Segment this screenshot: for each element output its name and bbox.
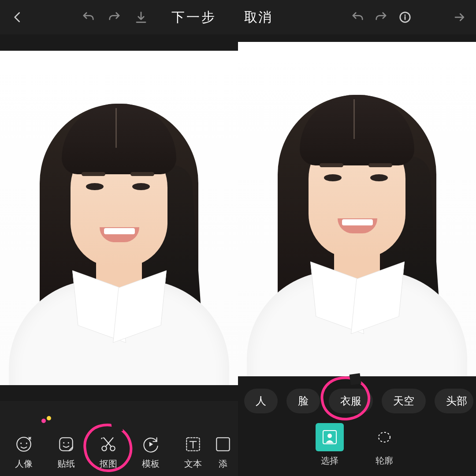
yellow-badge-dot — [47, 416, 51, 420]
lasso-icon — [370, 423, 398, 451]
select-person-icon — [316, 423, 344, 451]
chip-person[interactable]: 人 — [244, 389, 278, 413]
chip-head[interactable]: 头部 — [435, 389, 473, 413]
photo-left — [0, 51, 238, 385]
tool-text[interactable]: 文本 — [172, 434, 214, 470]
replay-icon — [141, 434, 161, 454]
mode-label: 选择 — [321, 455, 338, 467]
svg-point-4 — [63, 442, 64, 443]
chip-face[interactable]: 脸 — [286, 389, 320, 413]
tool-sticker[interactable]: 贴纸 — [45, 434, 87, 470]
redo-icon[interactable] — [369, 4, 393, 30]
mode-select[interactable]: 选择 — [316, 423, 344, 467]
next-step-button[interactable]: 下一步 — [154, 8, 234, 26]
svg-point-5 — [68, 442, 69, 443]
tool-label: 添 — [219, 458, 227, 470]
tool-label: 抠图 — [100, 458, 117, 470]
mode-outline[interactable]: 轮廓 — [370, 423, 398, 467]
svg-point-1 — [20, 442, 22, 444]
tool-label: 文本 — [184, 458, 202, 470]
face-icon — [14, 434, 34, 454]
tool-label: 贴纸 — [57, 458, 75, 470]
svg-point-13 — [379, 432, 390, 442]
sticker-icon — [56, 434, 76, 454]
tools-bar: 人像 贴纸 抠图 模板 — [0, 401, 238, 476]
tool-label: 模板 — [142, 458, 160, 470]
add-icon — [213, 434, 233, 454]
photo-right — [238, 42, 476, 376]
text-box-icon — [183, 434, 203, 454]
back-icon[interactable] — [4, 4, 31, 30]
cancel-button[interactable]: 取消 — [242, 8, 272, 26]
svg-point-2 — [26, 442, 27, 444]
right-screen: 取消 — [238, 0, 476, 476]
undo-icon[interactable] — [75, 4, 101, 30]
topbar-left: 下一步 — [0, 0, 238, 34]
canvas-right[interactable] — [238, 34, 476, 383]
svg-rect-9 — [216, 438, 229, 450]
canvas-left[interactable] — [0, 34, 238, 401]
download-icon[interactable] — [128, 4, 154, 30]
tool-portrait[interactable]: 人像 — [3, 434, 45, 470]
pink-badge-dot — [41, 419, 46, 423]
tool-template[interactable]: 模板 — [130, 434, 172, 470]
undo-icon[interactable] — [346, 4, 369, 30]
left-screen: 下一步 — [0, 0, 238, 476]
cutout-chip-bar: 人 脸 衣服 天空 头部 — [238, 383, 476, 419]
mode-label: 轮廓 — [376, 455, 393, 467]
redo-icon[interactable] — [101, 4, 128, 30]
tool-label: 人像 — [15, 458, 33, 470]
topbar-right: 取消 — [238, 0, 476, 34]
mode-bar: 选择 轮廓 — [238, 419, 476, 476]
tool-add-partial[interactable]: 添 — [214, 434, 232, 470]
chip-sky[interactable]: 天空 — [382, 389, 426, 413]
forward-arrow-icon[interactable] — [448, 4, 472, 30]
chip-clothes[interactable]: 衣服 — [329, 389, 373, 413]
scissors-icon — [98, 434, 119, 454]
svg-point-12 — [327, 434, 332, 438]
info-icon[interactable] — [393, 4, 417, 30]
tool-cutout[interactable]: 抠图 — [87, 434, 130, 470]
